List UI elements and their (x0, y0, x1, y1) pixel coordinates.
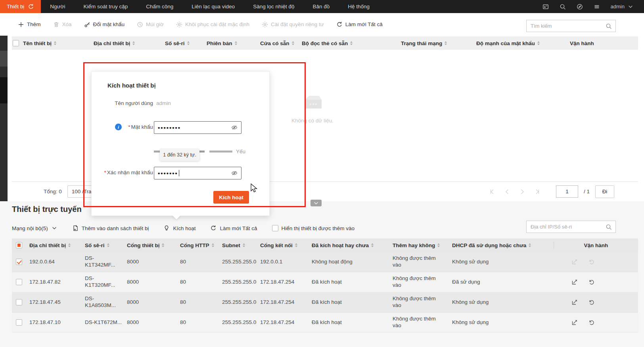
col-device-port[interactable]: Cổng thiết bị (124, 242, 177, 248)
sort-icon[interactable] (295, 243, 297, 247)
confirm-password-input[interactable]: ••••••• (154, 167, 242, 179)
sort-icon[interactable] (371, 243, 374, 247)
compass-icon[interactable] (577, 4, 583, 10)
col-password-strength[interactable]: Độ mạnh của mật khẩu (473, 40, 562, 46)
collapse-panel-button[interactable] (310, 200, 322, 206)
row-checkbox[interactable] (16, 299, 22, 305)
col-device-address[interactable]: Địa chỉ thiết bị (90, 40, 162, 46)
search-icon[interactable] (606, 224, 615, 230)
sort-icon[interactable] (350, 41, 353, 45)
add-to-device-list-button[interactable]: Thêm vào danh sách thiết bị (72, 225, 149, 231)
show-added-checkbox[interactable] (272, 225, 278, 231)
col-subnet[interactable]: Subnet (219, 242, 257, 248)
tab-attendance[interactable]: Chấm công (137, 0, 182, 13)
col-ip[interactable]: Địa chỉ thiết bị (26, 242, 82, 248)
activate-button[interactable]: Kích hoạt (163, 225, 196, 231)
col-activated[interactable]: Đã kích hoạt hay chưa (309, 242, 389, 248)
sort-icon[interactable] (187, 41, 190, 45)
delete-button[interactable]: Xóa (53, 21, 72, 28)
search-icon[interactable] (606, 23, 615, 29)
next-page-button[interactable] (515, 189, 530, 195)
row-checkbox[interactable] (16, 279, 22, 285)
refresh-all-button[interactable]: Làm mới Tất cả (336, 21, 383, 28)
col-device-name[interactable]: Tên thiết bị (20, 40, 90, 46)
sort-icon[interactable] (132, 41, 135, 45)
sort-icon[interactable] (54, 41, 56, 45)
user-menu[interactable]: admin (611, 4, 634, 10)
col-network-status[interactable]: Trạng thái mạng (398, 40, 473, 46)
eye-off-icon[interactable] (231, 124, 238, 131)
add-button[interactable]: Thêm (18, 21, 41, 28)
reset-icon[interactable] (588, 279, 595, 285)
sort-icon[interactable] (437, 243, 440, 247)
tab-video-intercom[interactable]: Liên lạc qua video (182, 0, 244, 13)
sort-icon[interactable] (235, 41, 237, 45)
edit-icon[interactable] (571, 279, 578, 285)
reset-icon[interactable] (588, 259, 595, 265)
sort-icon[interactable] (529, 243, 531, 247)
tab-temperature[interactable]: Sàng lọc nhiệt độ (244, 0, 303, 13)
row-checkbox[interactable] (16, 259, 22, 265)
sort-icon[interactable] (243, 243, 245, 247)
online-search (526, 221, 616, 233)
table-row[interactable]: 172.18.47.82 DS-K1T320MF... 8000 80 255.… (12, 272, 638, 292)
trash-icon (53, 21, 59, 28)
edit-icon[interactable] (571, 299, 578, 305)
table-row[interactable]: 172.18.47.10 DS-K1T672M... 8000 80 255.2… (12, 313, 638, 333)
col-serial[interactable]: Số sê-ri (82, 242, 124, 248)
activate-confirm-button[interactable]: Kích hoạt (213, 191, 249, 204)
restore-defaults-button[interactable]: Khôi phục cài đặt mặc định (176, 21, 249, 28)
eye-off-icon[interactable] (231, 170, 238, 176)
reset-icon[interactable] (588, 299, 595, 305)
table-row[interactable]: 192.0.0.64 DS-K1T342MF... 8000 80 255.25… (12, 252, 638, 272)
network-filter-select[interactable]: Mạng nội bộ(5) (12, 225, 58, 231)
password-input[interactable]: •••••••• (154, 121, 242, 134)
reset-icon[interactable] (588, 319, 595, 326)
col-added[interactable]: Thêm hay không (389, 242, 449, 248)
page-number-input[interactable] (556, 185, 578, 198)
col-http-port[interactable]: Cổng HTTP (177, 242, 219, 248)
col-version[interactable]: Phiên bản (203, 40, 257, 46)
sort-icon[interactable] (212, 243, 214, 247)
sort-icon[interactable] (292, 41, 294, 45)
privacy-settings-button[interactable]: Cài đặt quyền riêng tư (262, 21, 324, 28)
col-gateway[interactable]: Cổng kết nối (257, 242, 309, 248)
sort-icon[interactable] (162, 243, 164, 247)
show-added-devices-toggle[interactable]: Hiển thị thiết bị được thêm vào (272, 225, 355, 231)
first-page-button[interactable] (485, 189, 500, 195)
tab-map[interactable]: Bản đồ (303, 0, 339, 13)
online-refresh-all-button[interactable]: Làm mới Tất cả (210, 225, 257, 231)
search-icon[interactable] (560, 4, 566, 10)
edit-icon[interactable] (571, 259, 578, 265)
online-search-input[interactable] (527, 224, 606, 230)
prev-page-button[interactable] (500, 189, 515, 195)
go-button[interactable]: Đi (595, 185, 614, 198)
change-password-button[interactable]: Đổi mật khẩu (84, 21, 125, 28)
device-search-input[interactable] (527, 23, 606, 29)
col-door[interactable]: Cửa có sẵn (257, 40, 299, 46)
col-card-reader[interactable]: Bộ đọc thẻ có sẵn (299, 40, 398, 46)
tab-access-control[interactable]: Kiểm soát truy cập (74, 0, 137, 13)
menu-icon[interactable] (594, 4, 600, 10)
select-all-checkbox[interactable] (13, 40, 19, 46)
sort-icon[interactable] (445, 41, 447, 45)
table-row[interactable]: 172.18.47.45 DS-K1A8503M... 8000 80 255.… (12, 292, 638, 313)
edit-icon[interactable] (571, 319, 578, 326)
cell-http-port: 80 (177, 319, 219, 326)
online-select-all-checkbox[interactable] (16, 242, 22, 248)
sort-icon[interactable] (68, 243, 71, 247)
tab-person[interactable]: Người (41, 0, 74, 13)
cell-added: Không được thêm vào (389, 255, 449, 269)
col-dhcp[interactable]: DHCP đã sử dụng hoặc chưa (449, 242, 554, 248)
tab-system[interactable]: Hệ thống (339, 0, 379, 13)
tab-device[interactable]: Thiết bị (0, 0, 41, 13)
col-serial[interactable]: Số sê-ri (162, 40, 203, 46)
download-center-icon[interactable] (542, 4, 549, 10)
row-checkbox[interactable] (16, 319, 22, 326)
sort-icon[interactable] (537, 41, 540, 45)
sort-icon[interactable] (107, 243, 109, 247)
time-zone-button[interactable]: Múi giờ (137, 21, 164, 28)
cell-http-port: 80 (177, 279, 219, 286)
last-page-button[interactable] (530, 189, 545, 195)
cell-operations (554, 279, 638, 285)
